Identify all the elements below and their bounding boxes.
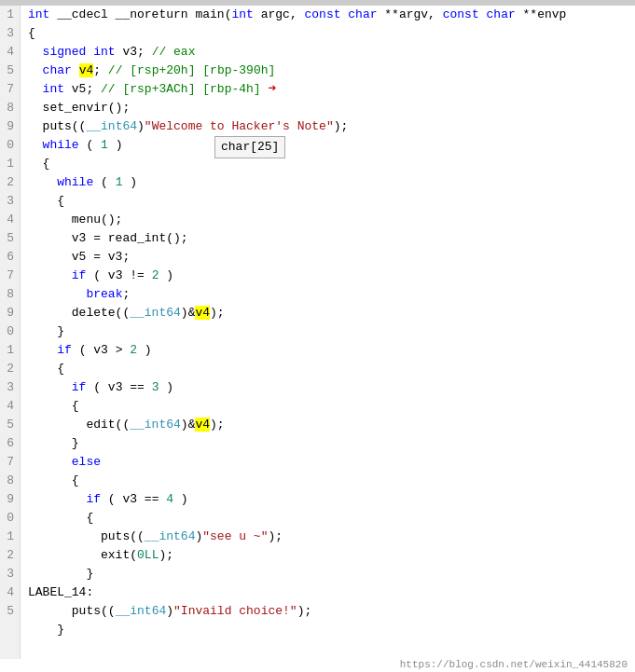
code-line: int v5; // [rsp+3ACh] [rbp-4h] ➔ [28,80,635,99]
code-line: while ( 1 )char[25] [28,136,635,155]
code-area: 134578901234567890123456789012345 int __… [0,6,635,659]
code-line: } [28,322,635,341]
code-line: LABEL_14: [28,583,635,602]
code-line: edit((__int64)&v4); [28,416,635,434]
code-line: if ( v3 > 2 ) [28,341,635,360]
code-line: { [28,24,635,43]
line-numbers: 134578901234567890123456789012345 [0,6,21,659]
code-line: if ( v3 != 2 ) [28,267,635,285]
code-line: } [28,621,635,639]
code-lines: int __cdecl __noreturn main(int argc, co… [21,6,635,659]
code-line: { [28,397,635,416]
code-line: while ( 1 ) [28,173,635,192]
red-arrow: ➔ [261,82,277,96]
code-line: { [28,192,635,211]
code-line: puts((__int64)"Welcome to Hacker's Note"… [28,117,635,136]
code-line: { [28,472,635,490]
code-line: } [28,565,635,583]
code-line: int __cdecl __noreturn main(int argc, co… [28,6,635,24]
code-line: break; [28,285,635,304]
code-line: signed int v3; // eax [28,43,635,62]
code-line: { [28,360,635,378]
code-line: if ( v3 == 3 ) [28,378,635,397]
code-line: v3 = read_int(); [28,229,635,248]
code-line: puts((__int64)"see u ~"); [28,528,635,546]
code-line: } [28,434,635,453]
code-line: else [28,453,635,472]
code-line: exit(0LL); [28,546,635,565]
code-line: { [28,509,635,528]
code-line: if ( v3 == 4 ) [28,490,635,509]
code-line: char v4; // [rsp+20h] [rbp-390h] [28,62,635,80]
code-line: set_envir(); [28,99,635,117]
watermark: https://blog.csdn.net/weixin_44145820 [0,659,635,672]
code-line: delete((__int64)&v4); [28,304,635,322]
code-line: puts((__int64)"Invaild choice!"); [28,602,635,621]
code-line: menu(); [28,211,635,229]
code-line: v5 = v3; [28,248,635,267]
code-container: 134578901234567890123456789012345 int __… [0,0,635,672]
code-line: { [28,155,635,173]
char-tooltip: char[25] [214,136,285,158]
